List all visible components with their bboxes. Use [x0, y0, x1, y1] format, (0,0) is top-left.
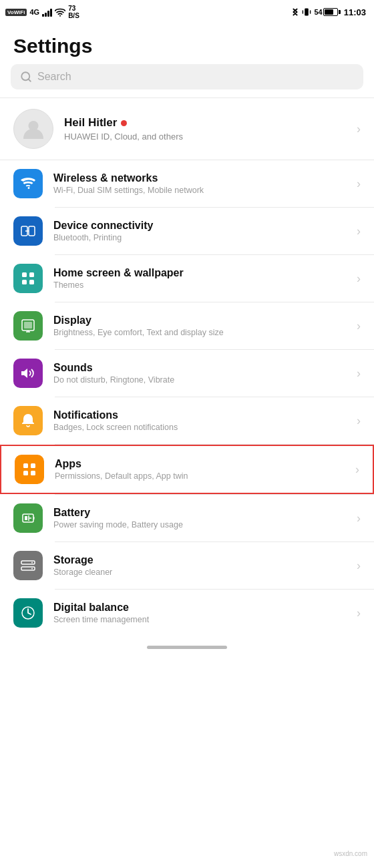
- svg-rect-1: [305, 8, 309, 15]
- settings-item-wireless[interactable]: Wireless & networks Wi-Fi, Dual SIM sett…: [0, 160, 374, 207]
- sounds-title: Sounds: [53, 362, 346, 374]
- profile-info: Heil Hitler HUAWEI ID, Cloud, and others: [64, 116, 346, 142]
- connectivity-subtitle: Bluetooth, Printing: [53, 233, 346, 242]
- settings-list: Wireless & networks Wi-Fi, Dual SIM sett…: [0, 160, 374, 636]
- svg-point-31: [31, 568, 33, 570]
- apps-icon-box: [15, 455, 44, 484]
- display-icon-box: [13, 311, 43, 341]
- digitalbalance-icon-box: [13, 598, 43, 628]
- battery-title: Battery: [53, 507, 346, 519]
- home-bar: [147, 646, 227, 649]
- network-speed: 73B/S: [68, 5, 79, 19]
- profile-section[interactable]: Heil Hitler HUAWEI ID, Cloud, and others…: [0, 98, 374, 160]
- display-chevron: ›: [357, 319, 361, 333]
- status-bar: VoWiFi 4G 73B/S 54: [0, 0, 374, 24]
- connectivity-title: Device connectivity: [53, 220, 346, 232]
- apps-text: Apps Permissions, Default apps, App twin: [55, 458, 345, 481]
- settings-item-connectivity[interactable]: Device connectivity Bluetooth, Printing …: [0, 208, 374, 254]
- homescreen-chevron: ›: [357, 272, 361, 286]
- svg-rect-24: [25, 516, 27, 520]
- notifications-subtitle: Badges, Lock screen notifications: [53, 423, 346, 432]
- settings-item-digitalbalance[interactable]: Digital balance Screen time management ›: [0, 590, 374, 636]
- connectivity-text: Device connectivity Bluetooth, Printing: [53, 220, 346, 242]
- settings-item-storage[interactable]: Storage Storage cleaner ›: [0, 542, 374, 589]
- search-bar[interactable]: Search: [11, 64, 363, 89]
- homescreen-text: Home screen & wallpaper Themes: [53, 267, 346, 290]
- notifications-chevron: ›: [357, 414, 361, 428]
- wireless-icon-box: [13, 169, 43, 198]
- svg-point-0: [59, 15, 61, 17]
- storage-chevron: ›: [357, 559, 361, 573]
- apps-chevron: ›: [355, 463, 359, 477]
- storage-title: Storage: [53, 554, 346, 566]
- settings-item-homescreen[interactable]: Home screen & wallpaper Themes ›: [0, 255, 374, 302]
- display-text: Display Brightness, Eye comfort, Text an…: [53, 314, 346, 337]
- storage-text: Storage Storage cleaner: [53, 554, 346, 577]
- svg-rect-23: [23, 514, 33, 522]
- search-icon: [20, 71, 32, 83]
- search-placeholder: Search: [37, 71, 71, 83]
- digitalbalance-text: Digital balance Screen time management: [53, 602, 346, 624]
- homescreen-subtitle: Themes: [53, 280, 346, 290]
- homescreen-icon-box: [13, 264, 43, 293]
- svg-rect-3: [309, 10, 310, 14]
- notifications-text: Notifications Badges, Lock screen notifi…: [53, 409, 346, 432]
- digitalbalance-subtitle: Screen time management: [53, 615, 346, 624]
- settings-item-battery[interactable]: Battery Power saving mode, Battery usage…: [0, 495, 374, 541]
- signal-4g: 4G: [29, 8, 39, 16]
- page-title: Settings: [0, 24, 374, 64]
- svg-rect-12: [22, 280, 27, 284]
- sounds-chevron: ›: [357, 367, 361, 381]
- svg-marker-18: [21, 369, 27, 378]
- settings-item-sounds[interactable]: Sounds Do not disturb, Ringtone, Vibrate…: [0, 350, 374, 397]
- sounds-subtitle: Do not disturb, Ringtone, Vibrate: [53, 375, 346, 385]
- sounds-text: Sounds Do not disturb, Ringtone, Vibrate: [53, 362, 346, 385]
- status-right: 54 11:03: [292, 7, 367, 17]
- notifications-icon-box: [13, 406, 43, 435]
- svg-rect-17: [24, 322, 32, 329]
- sounds-icon-box: [13, 359, 43, 388]
- svg-rect-22: [31, 471, 35, 475]
- apps-subtitle: Permissions, Default apps, App twin: [55, 471, 345, 481]
- svg-rect-8: [29, 226, 35, 236]
- wifi-icon: [55, 7, 65, 17]
- wireless-text: Wireless & networks Wi-Fi, Dual SIM sett…: [53, 172, 346, 195]
- profile-subtitle: HUAWEI ID, Cloud, and others: [64, 132, 346, 142]
- display-title: Display: [53, 314, 346, 327]
- battery-chevron: ›: [357, 511, 361, 525]
- homescreen-title: Home screen & wallpaper: [53, 267, 346, 279]
- battery-text: Battery Power saving mode, Battery usage: [53, 507, 346, 529]
- vowifi-indicator: VoWiFi: [5, 9, 27, 16]
- settings-item-display[interactable]: Display Brightness, Eye comfort, Text an…: [0, 302, 374, 349]
- svg-rect-27: [33, 517, 35, 519]
- storage-subtitle: Storage cleaner: [53, 568, 346, 577]
- battery-indicator: 54: [315, 8, 341, 16]
- svg-rect-11: [29, 272, 34, 277]
- svg-rect-10: [22, 272, 27, 277]
- wireless-subtitle: Wi-Fi, Dual SIM settings, Mobile network: [53, 186, 346, 195]
- display-subtitle: Brightness, Eye comfort, Text and displa…: [53, 328, 346, 337]
- home-indicator: [0, 636, 374, 656]
- svg-line-5: [28, 79, 30, 81]
- status-left: VoWiFi 4G 73B/S: [5, 5, 79, 19]
- clock: 11:03: [344, 7, 366, 17]
- profile-name: Heil Hitler: [64, 116, 346, 130]
- avatar: [13, 109, 53, 149]
- connectivity-chevron: ›: [357, 224, 361, 238]
- apps-title: Apps: [55, 458, 345, 470]
- battery-subtitle: Power saving mode, Battery usage: [53, 520, 346, 529]
- digitalbalance-title: Digital balance: [53, 602, 346, 614]
- vibrate-icon: [302, 7, 311, 17]
- notifications-title: Notifications: [53, 409, 346, 421]
- wireless-chevron: ›: [357, 177, 361, 191]
- svg-rect-13: [29, 280, 34, 284]
- watermark: wsxdn.com: [334, 850, 367, 857]
- settings-item-notifications[interactable]: Notifications Badges, Lock screen notifi…: [0, 397, 374, 444]
- settings-item-apps[interactable]: Apps Permissions, Default apps, App twin…: [0, 445, 374, 494]
- svg-rect-19: [23, 463, 28, 468]
- online-dot: [121, 120, 127, 126]
- battery-icon-box: [13, 503, 43, 533]
- digitalbalance-chevron: ›: [357, 606, 361, 620]
- bluetooth-icon: [292, 7, 299, 17]
- svg-point-30: [31, 562, 33, 564]
